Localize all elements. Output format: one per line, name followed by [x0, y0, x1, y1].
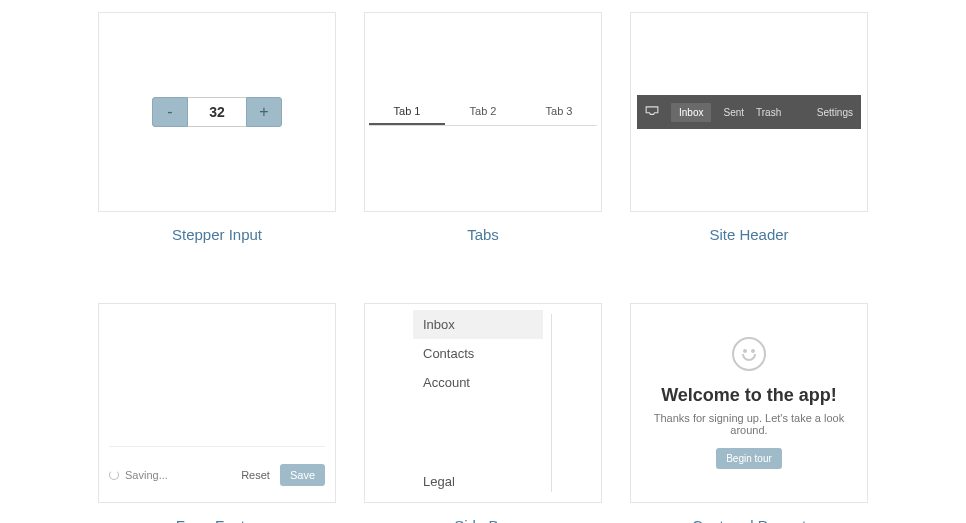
nav-trash[interactable]: Trash [756, 107, 781, 118]
centered-prompt-preview: Welcome to the app! Thanks for signing u… [630, 303, 868, 503]
nav-inbox[interactable]: Inbox [671, 103, 711, 122]
caption-sidebar[interactable]: Side Bar [454, 517, 512, 523]
sidebar-item-account[interactable]: Account [413, 368, 543, 397]
sidebar-item-contacts[interactable]: Contacts [413, 339, 543, 368]
tab-bar: Tab 1 Tab 2 Tab 3 [369, 99, 597, 126]
sidebar-list: Inbox Contacts Account Legal [413, 310, 591, 496]
tab-3[interactable]: Tab 3 [521, 99, 597, 125]
sidebar-item-inbox[interactable]: Inbox [413, 310, 543, 339]
nav-settings[interactable]: Settings [817, 107, 853, 118]
caption-centered-prompt[interactable]: Centered Prompt [692, 517, 806, 523]
stepper-value: 32 [188, 97, 246, 127]
reset-button[interactable]: Reset [241, 469, 270, 481]
inbox-tray-icon [645, 106, 659, 118]
tabs-preview: Tab 1 Tab 2 Tab 3 [364, 12, 602, 212]
begin-tour-button[interactable]: Begin tour [716, 448, 782, 469]
quantity-stepper: - 32 + [152, 97, 282, 127]
site-header-preview: Inbox Sent Trash Settings [630, 12, 868, 212]
gallery-item-site-header: Inbox Sent Trash Settings Site Header [630, 12, 868, 243]
nav-sent[interactable]: Sent [723, 107, 744, 118]
form-footer-preview: Saving... Reset Save [98, 303, 336, 503]
sidebar-item-legal[interactable]: Legal [413, 467, 543, 496]
smiley-icon [732, 337, 766, 371]
filler [109, 314, 325, 446]
gallery-item-tabs: Tab 1 Tab 2 Tab 3 Tabs [364, 12, 602, 243]
gallery-item-stepper: - 32 + Stepper Input [98, 12, 336, 243]
caption-stepper[interactable]: Stepper Input [172, 226, 262, 243]
tab-1[interactable]: Tab 1 [369, 99, 445, 125]
site-header-bar: Inbox Sent Trash Settings [637, 95, 861, 129]
gallery-item-centered-prompt: Welcome to the app! Thanks for signing u… [630, 303, 868, 523]
increment-button[interactable]: + [246, 97, 282, 127]
prompt-subtitle: Thanks for signing up. Let's take a look… [639, 412, 859, 436]
divider [551, 314, 552, 492]
decrement-button[interactable]: - [152, 97, 188, 127]
status-text: Saving... [125, 469, 168, 481]
form-footer-row: Saving... Reset Save [109, 446, 325, 502]
caption-form-footer[interactable]: Form Footer [176, 517, 259, 523]
save-button[interactable]: Save [280, 464, 325, 486]
spinner-icon [109, 470, 119, 480]
prompt-title: Welcome to the app! [661, 385, 837, 406]
caption-tabs[interactable]: Tabs [467, 226, 499, 243]
tab-2[interactable]: Tab 2 [445, 99, 521, 125]
gallery-item-sidebar: Inbox Contacts Account Legal Side Bar [364, 303, 602, 523]
gallery-item-form-footer: Saving... Reset Save Form Footer [98, 303, 336, 523]
caption-site-header[interactable]: Site Header [709, 226, 788, 243]
stepper-preview: - 32 + [98, 12, 336, 212]
spacer [413, 397, 591, 467]
sidebar-preview: Inbox Contacts Account Legal [364, 303, 602, 503]
